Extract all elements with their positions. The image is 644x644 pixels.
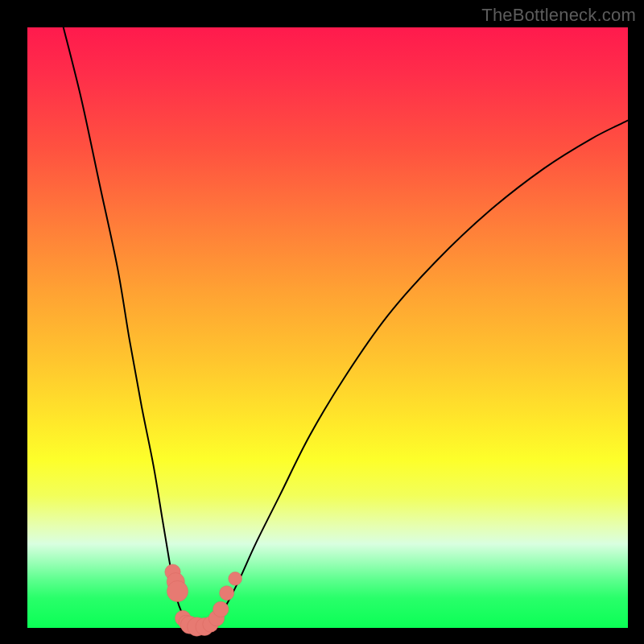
bottleneck-curve xyxy=(64,27,628,627)
data-marker xyxy=(229,572,242,585)
plot-area xyxy=(27,27,628,628)
data-marker xyxy=(220,586,234,601)
curve-markers xyxy=(165,564,242,636)
data-marker xyxy=(213,601,229,617)
watermark-text: TheBottleneck.com xyxy=(481,5,636,26)
curve-svg xyxy=(27,27,628,628)
chart-frame: TheBottleneck.com xyxy=(0,0,644,644)
data-marker xyxy=(167,580,188,601)
